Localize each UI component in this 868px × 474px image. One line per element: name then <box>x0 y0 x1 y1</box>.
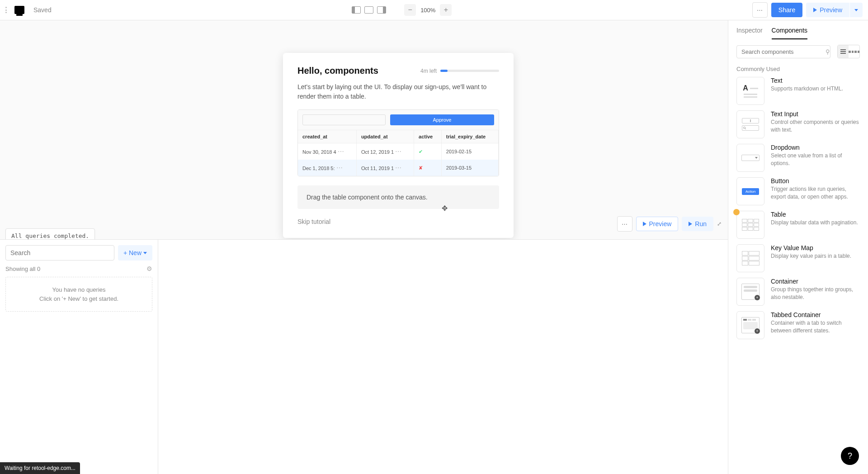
tutorial-time-remaining: 4m left <box>420 68 499 74</box>
preview-button[interactable]: Preview <box>806 3 849 17</box>
more-menu-button[interactable]: ⋯ <box>752 2 768 18</box>
component-text[interactable]: A TextSupports markdown or HTML. <box>736 77 860 105</box>
demo-input <box>302 114 386 125</box>
empty-state: You have no queries Click on '+ New' to … <box>5 277 152 312</box>
demo-header: active <box>414 130 442 143</box>
list-view-button[interactable] <box>838 45 849 58</box>
tutorial-instruction: Drag the table component onto the canvas… <box>297 185 499 209</box>
layout-right-panel-icon[interactable] <box>377 6 386 14</box>
ellipsis-icon: ⋯ <box>338 148 344 155</box>
component-search-input[interactable] <box>736 45 830 58</box>
chevron-down-icon <box>854 9 858 11</box>
play-icon <box>689 222 692 226</box>
preview-dropdown-button[interactable] <box>850 3 863 17</box>
zoom-in-button[interactable]: + <box>440 4 452 16</box>
text-input-component-icon <box>736 110 764 138</box>
kv-component-icon <box>736 244 764 272</box>
grid-view-button[interactable] <box>849 45 859 58</box>
showing-count: Showing all 0 <box>5 265 40 272</box>
zoom-controls: − 100% + <box>404 4 452 16</box>
play-icon <box>813 8 817 12</box>
zoom-level: 100% <box>418 7 438 14</box>
component-text-input[interactable]: Text InputControl other components or qu… <box>736 110 860 138</box>
bottom-panel: + New Showing all 0 ⚙ You have no querie… <box>0 239 728 474</box>
query-more-button[interactable]: ⋯ <box>617 216 632 232</box>
ellipsis-icon: ⋯ <box>336 164 342 171</box>
query-search-input[interactable] <box>5 245 114 261</box>
tutorial-description: Let's start by laying out the UI. To dis… <box>297 82 499 101</box>
component-container[interactable]: ContainerGroup things together into grou… <box>736 278 860 306</box>
search-icon: ⚲ <box>826 48 830 55</box>
demo-approve-button: Approve <box>390 114 494 125</box>
query-preview-button[interactable]: Preview <box>636 217 679 231</box>
help-fab-button[interactable]: ? <box>841 447 859 465</box>
tutorial-progress-bar <box>440 70 499 72</box>
query-run-button[interactable]: Run <box>682 217 713 231</box>
tab-inspector[interactable]: Inspector <box>736 27 763 39</box>
viewport-switcher <box>352 6 386 14</box>
ellipsis-icon: ⋯ <box>395 164 401 171</box>
tutorial-popover: Hello, components 4m left Let's start by… <box>283 53 514 238</box>
component-button[interactable]: Action ButtonTrigger actions like run qu… <box>736 177 860 205</box>
tabbed-container-component-icon <box>736 311 764 339</box>
app-logo-icon[interactable] <box>14 6 24 14</box>
demo-preview: Approve created_at updated_at active tri… <box>297 109 499 176</box>
share-button[interactable]: Share <box>771 3 802 17</box>
view-toggle <box>837 45 860 58</box>
component-table[interactable]: TableDisplay tabular data with paginatio… <box>736 211 860 239</box>
demo-header: created_at <box>298 130 356 143</box>
layout-left-panel-icon[interactable] <box>352 6 361 14</box>
expand-icon[interactable]: ⤢ <box>717 221 722 227</box>
highlight-badge-icon <box>733 209 740 215</box>
browser-status-bar: Waiting for retool-edge.com... <box>0 462 80 474</box>
new-query-button[interactable]: + New <box>118 245 152 261</box>
chevron-down-icon <box>143 252 147 254</box>
demo-header: updated_at <box>356 130 414 143</box>
play-icon <box>643 222 646 226</box>
move-cursor-icon: ✥ <box>442 204 448 213</box>
dropdown-component-icon <box>736 144 764 172</box>
button-component-icon: Action <box>736 177 764 205</box>
top-toolbar: Saved − 100% + ⋯ Share Preview <box>0 0 868 20</box>
filter-icon[interactable]: ⚙ <box>146 265 152 272</box>
check-icon: ✔ <box>419 149 423 154</box>
skip-tutorial-link[interactable]: Skip tutorial <box>297 218 499 225</box>
component-dropdown[interactable]: DropdownSelect one value from a list of … <box>736 144 860 172</box>
right-panel: Inspector Components ⚲ Commonly Used A T… <box>728 20 868 474</box>
tab-components[interactable]: Components <box>772 27 807 39</box>
ellipsis-icon: ⋯ <box>395 148 401 155</box>
save-status: Saved <box>33 6 52 14</box>
layout-full-icon[interactable] <box>364 6 373 14</box>
tutorial-title: Hello, components <box>297 66 378 76</box>
table-component-icon <box>736 211 764 239</box>
text-component-icon: A <box>736 77 764 105</box>
component-tabbed-container[interactable]: Tabbed ContainerContainer with a tab to … <box>736 311 860 339</box>
demo-header: trial_expiry_date <box>441 130 498 143</box>
container-component-icon <box>736 278 764 306</box>
cross-icon: ✘ <box>419 165 423 171</box>
section-label: Commonly Used <box>728 64 868 77</box>
drag-handle-icon[interactable] <box>5 7 9 13</box>
component-key-value-map[interactable]: Key Value MapDisplay key value pairs in … <box>736 244 860 272</box>
zoom-out-button[interactable]: − <box>404 4 416 16</box>
